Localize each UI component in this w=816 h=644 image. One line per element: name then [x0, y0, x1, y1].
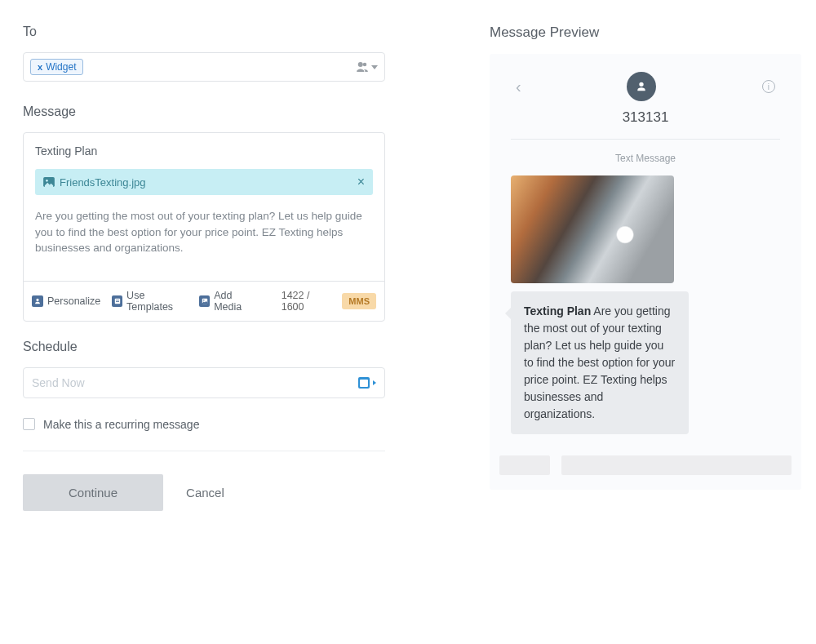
templates-label: Use Templates — [126, 290, 188, 313]
recipient-tag-label: Widget — [46, 61, 76, 73]
remove-tag-icon[interactable]: x — [38, 62, 42, 72]
to-label: To — [23, 24, 385, 39]
preview-pane: Message Preview ‹ i 313131 Text Message … — [408, 0, 816, 644]
preview-subheading: Text Message — [498, 153, 793, 164]
message-type-badge: MMS — [342, 293, 376, 309]
personalize-icon — [32, 295, 43, 307]
schedule-input[interactable]: Send Now — [23, 367, 385, 398]
schedule-placeholder: Send Now — [32, 376, 85, 389]
compose-pane: To x Widget Message Texting Plan Friends… — [0, 0, 408, 644]
back-icon: ‹ — [516, 78, 521, 96]
info-icon: i — [762, 80, 775, 93]
editor-toolbar: Personalize Use Templates Add Media 1422… — [24, 281, 384, 321]
templates-icon — [112, 295, 122, 307]
recurring-label: Make this a recurring message — [43, 418, 199, 431]
message-body-text[interactable]: Are you getting the most out of your tex… — [35, 208, 373, 256]
placeholder-small — [499, 455, 550, 475]
people-icon — [355, 61, 370, 73]
chevron-down-icon — [371, 65, 378, 69]
personalize-button[interactable]: Personalize — [32, 295, 100, 307]
add-contacts-button[interactable] — [355, 61, 378, 73]
cancel-button[interactable]: Cancel — [186, 486, 224, 500]
chevron-right-icon — [373, 380, 376, 385]
personalize-label: Personalize — [47, 295, 100, 307]
recurring-checkbox[interactable] — [23, 418, 35, 430]
remove-attachment-button[interactable]: × — [357, 175, 365, 189]
phone-preview: ‹ i 313131 Text Message Texting Plan Are… — [490, 54, 801, 490]
continue-button[interactable]: Continue — [23, 474, 163, 511]
preview-bubble-subject: Texting Plan — [524, 304, 591, 318]
placeholder-large — [561, 455, 792, 475]
recipients-input[interactable]: x Widget — [23, 52, 385, 82]
person-icon — [635, 80, 648, 93]
message-editor: Texting Plan FriendsTexting.jpg × Are yo… — [23, 132, 385, 322]
svg-point-1 — [46, 180, 48, 182]
preview-message-bubble: Texting Plan Are you getting the most ou… — [511, 291, 689, 434]
preview-title: Message Preview — [490, 24, 801, 41]
media-label: Add Media — [214, 290, 259, 313]
calendar-icon — [358, 377, 370, 389]
attachment-name: FriendsTexting.jpg — [60, 176, 146, 189]
image-icon — [43, 177, 55, 187]
preview-footer-placeholders — [498, 455, 793, 475]
media-icon — [199, 295, 210, 307]
attachment-chip: FriendsTexting.jpg × — [35, 169, 373, 195]
svg-rect-4 — [116, 301, 119, 302]
svg-point-6 — [203, 300, 205, 301]
divider — [23, 451, 385, 451]
use-templates-button[interactable]: Use Templates — [112, 290, 188, 313]
recipient-tag[interactable]: x Widget — [30, 59, 83, 75]
preview-divider — [511, 139, 780, 140]
preview-bubble-body-text: Are you getting the most out of your tex… — [524, 304, 675, 420]
message-subject[interactable]: Texting Plan — [35, 144, 373, 158]
schedule-label: Schedule — [23, 340, 385, 354]
preview-attachment-image — [511, 175, 674, 283]
preview-phone-number: 313131 — [498, 109, 793, 126]
message-label: Message — [23, 104, 385, 119]
svg-rect-3 — [116, 300, 119, 300]
avatar — [627, 72, 656, 101]
recurring-option[interactable]: Make this a recurring message — [23, 418, 385, 431]
add-media-button[interactable]: Add Media — [199, 290, 258, 313]
character-count: 1422 / 1600 — [282, 290, 331, 313]
